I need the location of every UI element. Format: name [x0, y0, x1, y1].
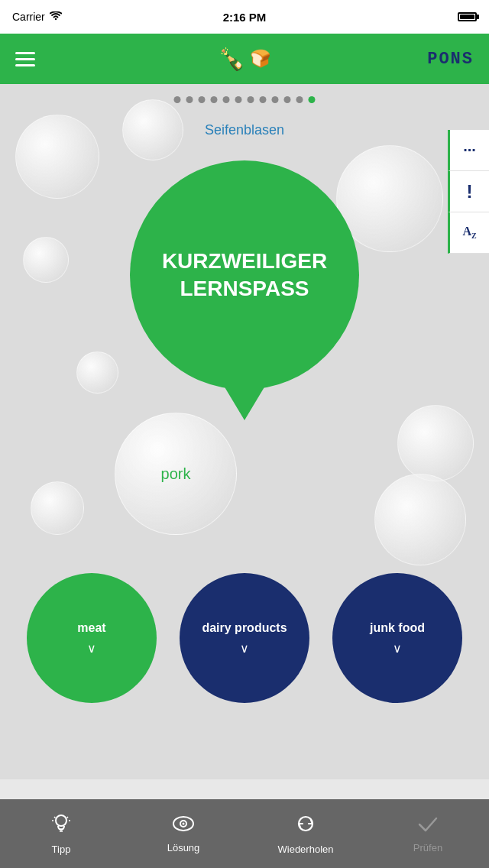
exclaim-button[interactable]: ! — [448, 171, 489, 212]
chevron-down-icon: ∨ — [240, 641, 249, 656]
bg-bubble — [15, 115, 99, 199]
toolbar-wiederholen[interactable]: Wiederholen — [267, 813, 344, 855]
chat-icon: ··· — [463, 141, 476, 159]
bottle-icon: 🍾 — [219, 47, 245, 72]
exclaim-icon: ! — [467, 181, 473, 202]
toolbar-loesung[interactable]: Lösung — [145, 815, 222, 853]
answer-dairy-label: dairy products — [194, 620, 294, 635]
chevron-down-icon: ∨ — [87, 641, 96, 656]
chevron-down-icon: ∨ — [393, 641, 402, 656]
time-display: 2:16 PM — [223, 11, 267, 24]
answer-meat-label: meat — [70, 620, 113, 635]
answer-dairy[interactable]: dairy products ∨ — [180, 573, 309, 703]
chat-button[interactable]: ··· — [448, 130, 489, 171]
dot-3[interactable] — [199, 96, 206, 103]
dot-6[interactable] — [235, 96, 242, 103]
bg-bubble — [23, 237, 69, 283]
carrier-wifi: Carrier — [12, 11, 62, 23]
dot-9[interactable] — [272, 96, 279, 103]
az-button[interactable]: AZ — [448, 212, 489, 254]
answers-row: meat ∨ dairy products ∨ junk food ∨ — [0, 573, 489, 703]
answer-meat[interactable]: meat ∨ — [27, 573, 157, 703]
toolbar-tipp[interactable]: Tipp — [23, 813, 99, 855]
toolbar-pruefen[interactable]: Prüfen — [390, 815, 466, 853]
toolbar: Tipp Lösung Wiederholen Pr — [0, 799, 489, 868]
answer-junk-label: junk food — [362, 620, 432, 635]
bg-bubble — [122, 99, 183, 160]
loesung-label: Lösung — [167, 842, 200, 853]
pork-label: pork — [161, 465, 191, 483]
bubble-line1: KURZWEILIGER — [147, 248, 342, 275]
side-buttons-panel: ··· ! AZ — [448, 130, 489, 254]
bg-bubble — [31, 481, 84, 535]
svg-line-5 — [67, 817, 69, 818]
carrier-label: Carrier — [12, 11, 45, 23]
speech-bubble[interactable]: KURZWEILIGER LERNSPASS — [130, 160, 359, 390]
pagination-dots — [174, 96, 316, 103]
answer-junk[interactable]: junk food ∨ — [332, 573, 462, 703]
repeat-icon — [295, 813, 316, 840]
wiederholen-label: Wiederholen — [278, 844, 334, 855]
bg-bubble — [76, 351, 118, 394]
bg-bubble — [374, 474, 466, 565]
tipp-label: Tipp — [52, 844, 71, 855]
dot-12[interactable] — [309, 96, 316, 103]
svg-line-4 — [54, 817, 56, 818]
dot-1[interactable] — [174, 96, 181, 103]
pruefen-label: Prüfen — [413, 842, 442, 853]
dot-5[interactable] — [223, 96, 230, 103]
check-icon — [418, 815, 438, 838]
header-bar: 🍾 🍞 PONS — [0, 34, 489, 84]
dot-4[interactable] — [211, 96, 218, 103]
menu-button[interactable] — [15, 52, 35, 66]
section-title: Seifenblasen — [205, 122, 284, 138]
lightbulb-icon — [50, 813, 72, 840]
eye-icon — [172, 815, 195, 838]
dot-7[interactable] — [248, 96, 254, 103]
az-icon: AZ — [462, 225, 476, 240]
main-content: Seifenblasen ··· ! AZ KURZWEILIGER LERNS… — [0, 84, 489, 779]
pork-bubble[interactable]: pork — [115, 413, 237, 535]
header-logo: 🍾 🍞 — [219, 47, 270, 72]
bread-icon: 🍞 — [250, 49, 270, 69]
dot-11[interactable] — [296, 96, 303, 103]
dot-8[interactable] — [260, 96, 267, 103]
dot-2[interactable] — [186, 96, 193, 103]
dot-10[interactable] — [284, 96, 291, 103]
status-bar: Carrier 2:16 PM — [0, 0, 489, 34]
battery-icon — [458, 12, 477, 21]
pons-logo: PONS — [427, 50, 474, 69]
svg-point-0 — [56, 815, 66, 826]
battery-area — [458, 12, 477, 21]
wifi-icon — [50, 11, 62, 23]
svg-point-10 — [183, 822, 185, 824]
bg-bubble — [397, 405, 474, 481]
bubble-line2: LERNSPASS — [164, 275, 324, 303]
